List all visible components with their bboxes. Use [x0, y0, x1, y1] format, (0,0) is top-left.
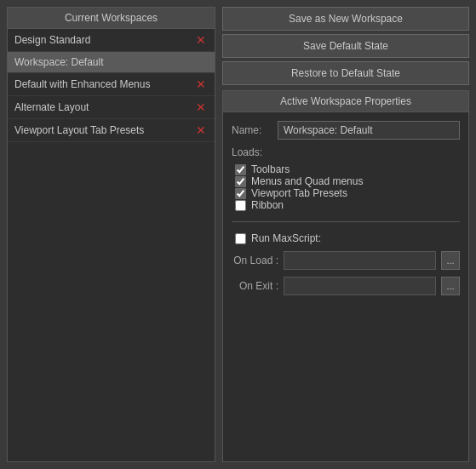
name-input[interactable]: [278, 121, 460, 140]
workspace-item[interactable]: Workspace: Default: [8, 52, 215, 73]
run-maxscript-row: Run MaxScript:: [232, 232, 460, 244]
loads-section: Loads: ToolbarsMenus and Quad menusViewp…: [232, 146, 460, 211]
delete-workspace-icon[interactable]: ✕: [194, 100, 208, 114]
workspace-item[interactable]: Alternate Layout✕: [8, 96, 215, 119]
workspace-item-name: Viewport Layout Tab Presets: [14, 124, 194, 136]
load-checkbox-label: Toolbars: [251, 163, 290, 175]
on-load-row: On Load : ...: [232, 251, 460, 270]
on-load-input[interactable]: [284, 251, 436, 270]
delete-workspace-icon[interactable]: ✕: [194, 123, 208, 137]
on-exit-row: On Exit : ...: [232, 277, 460, 295]
checkboxes-container: ToolbarsMenus and Quad menusViewport Tab…: [232, 163, 460, 211]
load-checkbox[interactable]: [235, 164, 246, 175]
delete-workspace-icon[interactable]: ✕: [194, 77, 208, 91]
load-option-row: Viewport Tab Presets: [232, 187, 460, 199]
load-checkbox[interactable]: [235, 188, 246, 199]
left-panel: Current Workspaces Design Standard✕Works…: [7, 7, 215, 462]
workspace-item-name: Alternate Layout: [14, 101, 194, 113]
delete-workspace-icon[interactable]: ✕: [194, 33, 208, 47]
right-panel: Save as New Workspace Save Default State…: [222, 7, 469, 462]
load-option-row: Ribbon: [232, 199, 460, 211]
load-checkbox-label: Ribbon: [251, 199, 284, 211]
load-checkbox[interactable]: [235, 200, 246, 211]
top-buttons: Save as New Workspace Save Default State…: [222, 7, 469, 85]
current-workspaces-header: Current Workspaces: [8, 8, 215, 29]
run-maxscript-checkbox[interactable]: [235, 233, 246, 244]
restore-default-state-button[interactable]: Restore to Default State: [222, 61, 469, 85]
workspace-item[interactable]: Default with Enhanced Menus✕: [8, 73, 215, 96]
run-maxscript-label: Run MaxScript:: [251, 232, 321, 244]
workspace-list: Design Standard✕Workspace: DefaultDefaul…: [8, 29, 215, 461]
workspace-item-name: Default with Enhanced Menus: [14, 78, 194, 90]
properties-header: Active Workspace Properties: [223, 91, 468, 112]
save-default-state-button[interactable]: Save Default State: [222, 34, 469, 58]
on-load-browse-button[interactable]: ...: [441, 251, 460, 270]
name-row: Name:: [232, 121, 460, 140]
load-checkbox-label: Viewport Tab Presets: [251, 187, 347, 199]
load-checkbox-label: Menus and Quad menus: [251, 175, 363, 187]
workspace-item[interactable]: Viewport Layout Tab Presets✕: [8, 119, 215, 142]
loads-label: Loads:: [232, 146, 460, 158]
on-exit-label: On Exit :: [232, 280, 278, 292]
workspace-manager: Current Workspaces Design Standard✕Works…: [7, 7, 469, 462]
on-exit-input[interactable]: [284, 277, 436, 295]
active-workspace-properties-panel: Active Workspace Properties Name: Loads:…: [222, 90, 469, 462]
name-label: Name:: [232, 124, 272, 136]
on-exit-browse-button[interactable]: ...: [441, 277, 460, 295]
workspace-item-name: Workspace: Default: [14, 56, 208, 68]
load-option-row: Toolbars: [232, 163, 460, 175]
save-new-workspace-button[interactable]: Save as New Workspace: [222, 7, 469, 31]
load-checkbox[interactable]: [235, 176, 246, 187]
workspace-item[interactable]: Design Standard✕: [8, 29, 215, 52]
divider: [232, 221, 460, 222]
load-option-row: Menus and Quad menus: [232, 175, 460, 187]
on-load-label: On Load :: [232, 255, 278, 266]
properties-content: Name: Loads: ToolbarsMenus and Quad menu…: [223, 112, 468, 304]
workspace-item-name: Design Standard: [14, 34, 194, 46]
